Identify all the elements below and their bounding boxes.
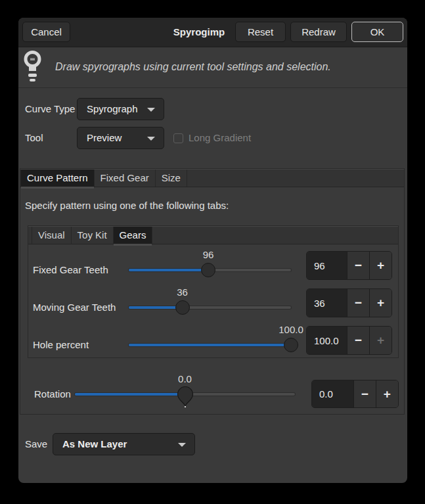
ok-button[interactable]: OK bbox=[351, 22, 403, 42]
fixed-gear-teeth-spinbox: 96 − + bbox=[306, 251, 392, 280]
curve-type-label: Curve Type bbox=[25, 103, 75, 116]
minus-icon[interactable]: − bbox=[347, 252, 369, 279]
long-gradient-checkbox bbox=[173, 133, 183, 143]
slider-value-label: 96 bbox=[203, 249, 214, 261]
pin-handle-icon bbox=[177, 386, 194, 407]
slider-handle[interactable] bbox=[175, 300, 190, 315]
plus-glyph: + bbox=[384, 387, 391, 401]
curve-type-value: Spyrograph bbox=[87, 103, 138, 114]
plus-glyph: + bbox=[377, 333, 384, 348]
minus-icon[interactable]: − bbox=[347, 289, 369, 317]
spyrogimp-dialog: Cancel Spyrogimp Reset Redraw OK Draw sp… bbox=[18, 18, 407, 483]
header-bar: Cancel Spyrogimp Reset Redraw OK bbox=[18, 18, 407, 47]
minus-icon[interactable]: − bbox=[347, 327, 369, 354]
slider-handle[interactable] bbox=[284, 338, 298, 352]
slider-track[interactable] bbox=[129, 344, 291, 346]
fixed-gear-teeth-input[interactable]: 96 bbox=[307, 252, 347, 279]
plus-icon[interactable]: + bbox=[376, 380, 398, 407]
tab-gears[interactable]: Gears bbox=[114, 227, 153, 244]
chevron-down-icon bbox=[178, 443, 186, 447]
info-bar: Draw spyrographs using current tool sett… bbox=[18, 47, 407, 88]
slider-value-label: 100.0 bbox=[279, 324, 303, 336]
slider-pin-handle[interactable] bbox=[177, 386, 194, 407]
rotation-spinbox: 0.0 − + bbox=[311, 380, 399, 408]
cancel-button[interactable]: Cancel bbox=[22, 22, 70, 42]
tool-dropdown[interactable]: Preview bbox=[77, 127, 164, 149]
save-label: Save bbox=[25, 438, 47, 451]
plus-glyph: + bbox=[377, 296, 384, 310]
hole-percent-slider[interactable]: 100.0 bbox=[129, 324, 291, 358]
minus-glyph: − bbox=[361, 387, 369, 401]
main-tabstrip: Curve Pattern Fixed Gear Size bbox=[20, 169, 404, 187]
tab-curve-pattern[interactable]: Curve Pattern bbox=[20, 170, 95, 187]
tool-label: Tool bbox=[25, 131, 43, 145]
minus-glyph: − bbox=[355, 333, 362, 348]
hole-percent-spinbox: 100.0 − + bbox=[306, 326, 392, 355]
tab-toy-kit[interactable]: Toy Kit bbox=[72, 227, 114, 244]
minus-glyph: − bbox=[355, 258, 362, 273]
save-value: As New Layer bbox=[62, 438, 127, 449]
long-gradient-label: Long Gradient bbox=[189, 131, 251, 145]
plus-icon[interactable]: + bbox=[369, 289, 391, 317]
plus-icon: + bbox=[369, 327, 391, 354]
curve-type-dropdown[interactable]: Spyrograph bbox=[77, 98, 164, 120]
redraw-button[interactable]: Redraw bbox=[290, 22, 347, 42]
slider-value-label: 36 bbox=[177, 286, 188, 298]
rotation-slider[interactable]: 0.0 bbox=[75, 373, 295, 407]
moving-gear-teeth-spinbox: 36 − + bbox=[306, 288, 392, 317]
fixed-gear-teeth-label: Fixed Gear Teeth bbox=[33, 263, 108, 277]
lightbulb-icon bbox=[24, 50, 41, 84]
slider-track[interactable] bbox=[129, 306, 291, 309]
tool-value: Preview bbox=[87, 132, 122, 143]
chevron-down-icon bbox=[147, 108, 155, 112]
moving-gear-teeth-input[interactable]: 36 bbox=[307, 289, 347, 317]
slider-fill bbox=[129, 306, 183, 309]
minus-icon[interactable]: − bbox=[353, 380, 376, 407]
tab-visual[interactable]: Visual bbox=[32, 227, 72, 244]
reset-button[interactable]: Reset bbox=[235, 22, 286, 42]
plus-icon[interactable]: + bbox=[369, 252, 391, 279]
slider-value-label: 0.0 bbox=[178, 373, 192, 385]
moving-gear-teeth-slider[interactable]: 36 bbox=[129, 286, 291, 321]
pattern-instruction: Specify pattern using one of the followi… bbox=[25, 200, 229, 211]
rotation-input[interactable]: 0.0 bbox=[312, 380, 353, 407]
hole-percent-input[interactable]: 100.0 bbox=[307, 327, 347, 354]
pattern-tabstrip: Visual Toy Kit Gears bbox=[28, 226, 398, 244]
rotation-label: Rotation bbox=[34, 388, 71, 401]
fixed-gear-teeth-slider[interactable]: 96 bbox=[129, 249, 291, 283]
slider-fill bbox=[129, 269, 208, 271]
tab-size[interactable]: Size bbox=[156, 170, 187, 187]
dialog-title: Spyrogimp bbox=[150, 18, 248, 47]
slider-fill bbox=[129, 344, 291, 346]
slider-handle[interactable] bbox=[201, 263, 215, 277]
chevron-down-icon bbox=[147, 137, 155, 141]
moving-gear-teeth-label: Moving Gear Teeth bbox=[33, 301, 116, 314]
tab-fixed-gear[interactable]: Fixed Gear bbox=[95, 170, 156, 187]
dialog-description: Draw spyrographs using current tool sett… bbox=[55, 47, 331, 87]
plus-glyph: + bbox=[377, 258, 384, 273]
save-dropdown[interactable]: As New Layer bbox=[53, 433, 195, 455]
minus-glyph: − bbox=[355, 296, 362, 310]
slider-fill bbox=[75, 393, 185, 396]
hole-percent-label: Hole percent bbox=[33, 338, 89, 352]
